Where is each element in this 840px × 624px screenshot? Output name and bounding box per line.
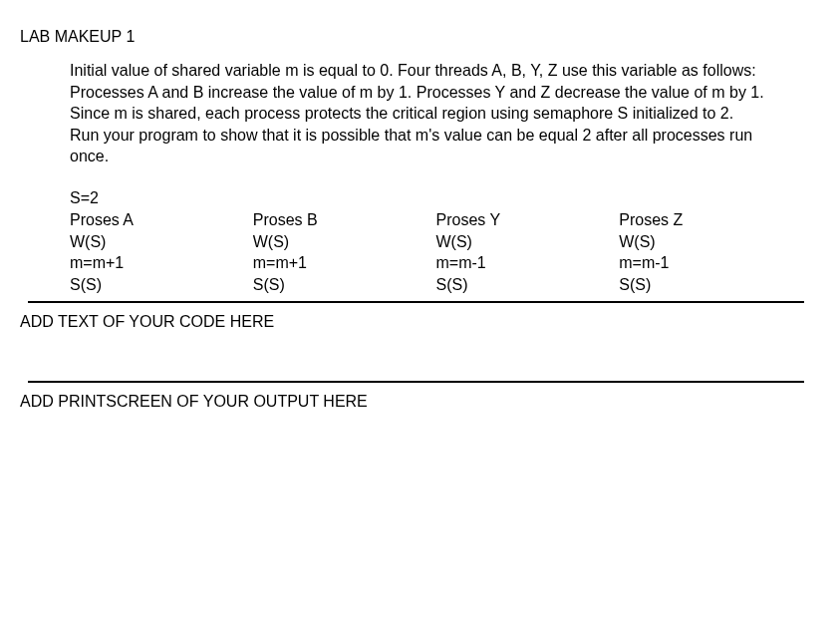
process-op: m=m-1 <box>619 252 802 274</box>
process-name: Proses Z <box>619 209 802 231</box>
process-op: m=m-1 <box>436 252 620 274</box>
lab-title: LAB MAKEUP 1 <box>20 28 822 46</box>
process-wait: W(S) <box>436 231 620 253</box>
process-signal: S(S) <box>253 274 436 296</box>
semaphore-init: S=2 <box>70 189 822 207</box>
process-signal: S(S) <box>436 274 620 296</box>
divider <box>28 381 804 383</box>
problem-line: Initial value of shared variable m is eq… <box>70 60 802 82</box>
process-col-z: Proses Z W(S) m=m-1 S(S) <box>619 209 802 295</box>
process-col-b: Proses B W(S) m=m+1 S(S) <box>253 209 436 295</box>
process-name: Proses B <box>253 209 436 231</box>
problem-statement: Initial value of shared variable m is eq… <box>70 60 802 167</box>
process-signal: S(S) <box>619 274 802 296</box>
divider <box>28 301 804 303</box>
process-wait: W(S) <box>619 231 802 253</box>
process-signal: S(S) <box>70 274 253 296</box>
problem-line: Since m is shared, each process protects… <box>70 103 802 125</box>
process-col-y: Proses Y W(S) m=m-1 S(S) <box>436 209 620 295</box>
code-section-label: ADD TEXT OF YOUR CODE HERE <box>20 313 822 331</box>
problem-line: once. <box>70 146 802 167</box>
process-table: Proses A W(S) m=m+1 S(S) Proses B W(S) m… <box>70 209 802 295</box>
process-op: m=m+1 <box>70 252 253 274</box>
process-wait: W(S) <box>253 231 436 253</box>
process-op: m=m+1 <box>253 252 436 274</box>
process-col-a: Proses A W(S) m=m+1 S(S) <box>70 209 253 295</box>
process-name: Proses A <box>70 209 253 231</box>
problem-line: Run your program to show that it is poss… <box>70 125 802 147</box>
process-wait: W(S) <box>70 231 253 253</box>
output-section-label: ADD PRINTSCREEN OF YOUR OUTPUT HERE <box>20 393 822 411</box>
problem-line: Processes A and B increase the value of … <box>70 82 802 104</box>
process-name: Proses Y <box>436 209 620 231</box>
